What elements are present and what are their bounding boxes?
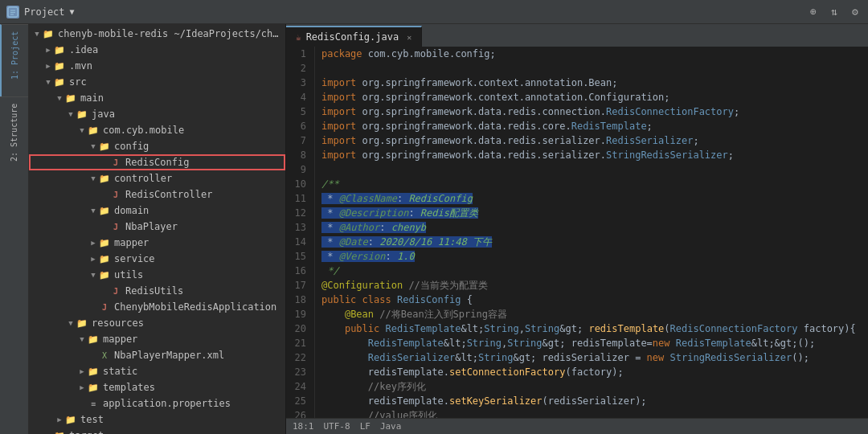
tree-item-RedisController[interactable]: J RedisController — [29, 186, 285, 203]
code-line-19: @Bean //将Bean注入到Spring容器 — [321, 307, 862, 321]
folder-icon: 📁 — [53, 59, 66, 72]
arrow: ▼ — [66, 110, 76, 118]
tree-item-mvn[interactable]: ▶ 📁 .mvn — [29, 58, 285, 74]
folder-icon: 📁 — [87, 381, 100, 394]
tree-label: RedisConfig — [125, 157, 189, 168]
tree-item-RedisUtils[interactable]: J RedisUtils — [29, 283, 285, 299]
tree-item-mapper-res[interactable]: ▼ 📁 mapper — [29, 331, 285, 347]
tree-label: config — [114, 141, 149, 152]
line-num-2: 2 — [286, 61, 311, 76]
tree-item-root[interactable]: ▼ 📁 chenyb-mobile-redis ~/IdeaProjects/c… — [29, 26, 285, 42]
folder-icon: 📁 — [87, 124, 100, 137]
line-num-15: 15 — [286, 249, 311, 264]
tree-label: domain — [114, 205, 149, 216]
line-numbers: 1234567891011121314151617181920212223242… — [286, 47, 315, 418]
left-panels: 1: Project 2: Structure — [0, 24, 29, 434]
line-num-13: 13 — [286, 220, 311, 235]
line-num-14: 14 — [286, 235, 311, 249]
code-editor[interactable]: 1234567891011121314151617181920212223242… — [286, 47, 868, 418]
folder-icon: 📁 — [76, 317, 88, 330]
tree-item-target[interactable]: ▶ 📁 target — [29, 428, 285, 434]
tree-item-java[interactable]: ▼ 📁 java — [29, 106, 285, 122]
project-panel-label[interactable]: 1: Project — [0, 24, 28, 96]
main-row: 1: Project 2: Structure ▼ 📁 chenyb-mobil… — [0, 24, 868, 434]
structure-panel-label[interactable]: 2: Structure — [0, 96, 28, 169]
tree-label: .idea — [69, 44, 98, 55]
tree-item-test[interactable]: ▶ 📁 test — [29, 411, 285, 428]
tree-item-utils[interactable]: ▼ 📁 utils — [29, 267, 285, 283]
tree-label: test — [80, 414, 104, 425]
tree-label: RedisUtils — [125, 285, 183, 297]
tab-RedisConfig[interactable]: ☕ RedisConfig.java ✕ — [286, 26, 422, 47]
line-num-21: 21 — [286, 336, 311, 350]
line-num-24: 24 — [286, 379, 311, 394]
vcs-icon[interactable]: ⊕ — [807, 6, 820, 18]
tree-item-RedisConfig[interactable]: J RedisConfig — [29, 154, 285, 170]
tree-item-NbaPlayerMapper-xml[interactable]: X NbaPlayerMapper.xml — [29, 347, 285, 363]
tab-close-button[interactable]: ✕ — [407, 33, 411, 42]
line-num-3: 3 — [286, 76, 311, 90]
arrow: ▶ — [77, 367, 87, 375]
arrow: ▼ — [88, 271, 98, 279]
code-line-2 — [321, 61, 862, 76]
xml-icon: X — [98, 349, 111, 362]
code-line-15: * @Version: 1.0 — [321, 249, 862, 264]
tree-item-config[interactable]: ▼ 📁 config — [29, 138, 285, 154]
tree-item-application-props[interactable]: ≡ application.properties — [29, 395, 285, 411]
tree-label: service — [114, 253, 155, 264]
line-num-19: 19 — [286, 307, 311, 321]
line-num-18: 18 — [286, 293, 311, 307]
folder-icon: 📁 — [98, 140, 111, 153]
code-line-21: RedisTemplate&lt;String,String&gt; redis… — [321, 336, 862, 350]
props-icon: ≡ — [87, 397, 100, 410]
tree-item-static[interactable]: ▶ 📁 static — [29, 363, 285, 379]
project-tree: ▼ 📁 chenyb-mobile-redis ~/IdeaProjects/c… — [29, 24, 286, 434]
line-num-5: 5 — [286, 104, 311, 119]
code-line-23: redisTemplate.setConnectionFactory(facto… — [321, 365, 862, 379]
tree-item-resources[interactable]: ▼ 📁 resources — [29, 315, 285, 331]
tree-item-NbaPlayer[interactable]: J NbaPlayer — [29, 219, 285, 235]
tree-label: com.cyb.mobile — [103, 125, 184, 136]
line-num-20: 20 — [286, 321, 311, 336]
tree-item-templates[interactable]: ▶ 📁 templates — [29, 379, 285, 395]
java-icon: J — [109, 156, 122, 169]
tree-item-src[interactable]: ▼ 📁 src — [29, 74, 285, 90]
line-num-6: 6 — [286, 119, 311, 133]
tree-item-mapper[interactable]: ▶ 📁 mapper — [29, 235, 285, 251]
arrow: ▼ — [43, 78, 53, 86]
folder-icon: 📁 — [98, 172, 111, 185]
tab-label: RedisConfig.java — [306, 31, 399, 43]
tree-item-controller[interactable]: ▼ 📁 controller — [29, 170, 285, 186]
code-line-3: import org.springframework.context.annot… — [321, 76, 862, 90]
folder-icon: 📁 — [53, 76, 66, 88]
tree-item-service[interactable]: ▶ 📁 service — [29, 251, 285, 267]
tree-item-domain[interactable]: ▼ 📁 domain — [29, 203, 285, 219]
tree-label: java — [92, 108, 115, 120]
tree-item-ChenybMobileRedisApplication[interactable]: J ChenybMobileRedisApplication — [29, 299, 285, 315]
tree-label: mapper — [114, 237, 149, 248]
line-num-8: 8 — [286, 148, 311, 162]
tree-label: application.properties — [103, 398, 231, 409]
arrow: ▼ — [55, 94, 64, 102]
code-line-20: public RedisTemplate&lt;String,String&gt… — [321, 321, 862, 336]
tree-label: src — [69, 76, 87, 88]
bottom-bar: 18:1 UTF-8 LF Java — [286, 418, 868, 434]
code-line-16: */ — [321, 264, 862, 278]
tree-item-main[interactable]: ▼ 📁 main — [29, 90, 285, 106]
settings-icon[interactable]: ⚙ — [849, 6, 862, 18]
code-line-9 — [321, 162, 862, 177]
arrow: ▼ — [77, 335, 87, 343]
line-num-25: 25 — [286, 394, 311, 408]
code-line-4: import org.springframework.context.annot… — [321, 90, 862, 104]
title-bar: Project ▼ ⊕ ⇅ ⚙ — [0, 0, 868, 24]
tree-item-com-cyb-mobile[interactable]: ▼ 📁 com.cyb.mobile — [29, 122, 285, 138]
line-num-23: 23 — [286, 365, 311, 379]
code-line-17: @Configuration //当前类为配置类 — [321, 278, 862, 293]
tree-item-idea[interactable]: ▶ 📁 .idea — [29, 42, 285, 58]
editor-area: ☕ RedisConfig.java ✕ 1234567891011121314… — [286, 24, 868, 434]
tree-label: target — [69, 430, 104, 434]
project-name[interactable]: Project — [24, 6, 65, 18]
project-dropdown[interactable]: ▼ — [70, 7, 75, 16]
code-content[interactable]: package com.cyb.mobile.config; import or… — [315, 47, 868, 418]
update-icon[interactable]: ⇅ — [828, 6, 841, 18]
